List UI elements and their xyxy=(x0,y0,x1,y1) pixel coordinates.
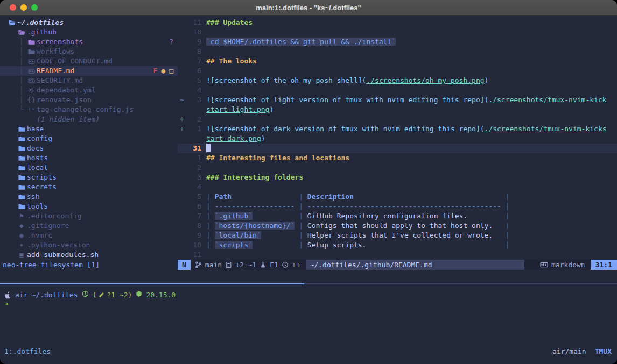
line-number: 9 xyxy=(187,231,201,240)
folder-open-icon xyxy=(17,27,26,37)
line-number: 1 xyxy=(187,124,201,134)
gutter-sign xyxy=(178,27,187,37)
prompt-char[interactable]: ➜ xyxy=(4,299,9,309)
editor-line[interactable]: 6| ------------------- | ---------------… xyxy=(178,202,617,211)
tree-item-readme.md[interactable]: │README.mdE●□ xyxy=(0,66,178,76)
tree-item-workflows[interactable]: │workflows xyxy=(0,47,178,56)
tree-item-config[interactable]: config xyxy=(0,134,178,144)
editor-line[interactable]: 7| `.github` | GitHub Repository configu… xyxy=(178,211,617,221)
editor-line[interactable]: 10 xyxy=(178,27,617,37)
tmux-pane-separator[interactable] xyxy=(304,283,617,284)
gutter-sign xyxy=(178,250,187,260)
editor-line[interactable]: 6 xyxy=(178,66,617,76)
tree-item-code-of-conduct.md[interactable]: │CODE_OF_CONDUCT.md xyxy=(0,56,178,66)
tree-item--.dotfiles[interactable]: ~/.dotfiles xyxy=(0,18,178,27)
editor-line[interactable]: 31 xyxy=(178,144,617,153)
editor-line[interactable]: 8 xyxy=(178,47,617,56)
tree-item-.gitignore[interactable]: ◆.gitignore xyxy=(0,221,178,231)
line-number: 5 xyxy=(187,76,201,85)
git-status-badge: E xyxy=(153,66,158,76)
gutter-sign xyxy=(178,211,187,221)
tree-item-security.md[interactable]: │SECURITY.md xyxy=(0,76,178,85)
tmux-status-bar: 1:.dotfiles air/main TMUX xyxy=(0,347,617,356)
editor-pane[interactable]: 11### Updates 10 9`cd $HOME/.dotfiles &&… xyxy=(178,15,617,260)
gutter-sign xyxy=(178,173,187,182)
tree-item-.github[interactable]: .github xyxy=(0,27,178,37)
titlebar[interactable]: main:1:.dotfiles - "ks~/.dotfiles" xyxy=(0,0,617,16)
minimize-window-button[interactable] xyxy=(20,4,27,11)
editor-line-text: ![screenshot of light version of tmux wi… xyxy=(206,95,607,105)
tree-item-.nvmrc[interactable]: ◉.nvmrc xyxy=(0,231,178,240)
editor-line[interactable]: 4 xyxy=(178,85,617,95)
tree-item-label: .gitignore xyxy=(27,221,69,231)
tree-item-ssh[interactable]: ssh xyxy=(0,192,178,202)
tree-item-.python-version[interactable]: ✶.python-version xyxy=(0,240,178,250)
gutter-sign: + xyxy=(178,115,187,124)
editor-line[interactable]: +1![screenshot of dark version of tmux w… xyxy=(178,124,617,134)
editor-line-text: ### Updates xyxy=(206,18,253,27)
tree-item-hosts[interactable]: hosts xyxy=(0,153,178,163)
editor-line[interactable]: 11### Updates xyxy=(178,18,617,27)
editor-line[interactable]: 2 xyxy=(178,163,617,173)
folder-icon xyxy=(17,182,26,192)
tree-item-label: ssh xyxy=(27,192,39,202)
editor-line[interactable]: 1## Interesting files and locations xyxy=(178,153,617,163)
editor-line[interactable]: 5| Path | Description | xyxy=(178,192,617,202)
gutter-sign xyxy=(178,76,187,85)
zoom-window-button[interactable] xyxy=(31,4,38,11)
line-number: 6 xyxy=(187,202,201,211)
file-type-icon xyxy=(27,85,36,95)
editor-line[interactable]: ~3![screenshot of light version of tmux … xyxy=(178,95,617,105)
close-window-button[interactable] xyxy=(10,4,16,11)
editor-line[interactable]: tart-dark.png) xyxy=(178,134,617,144)
line-number: 1 xyxy=(187,153,201,163)
file-path[interactable]: ~/.dotfiles/.github/README.md xyxy=(306,260,524,270)
tree-item-screenshots[interactable]: │screenshots? xyxy=(0,37,178,47)
tree-item--1-hidden-item-[interactable]: (1 hidden item) xyxy=(0,115,178,124)
gutter-sign xyxy=(178,85,187,95)
editor-line[interactable]: +2 xyxy=(178,115,617,124)
tree-item-.editorconfig[interactable]: ⚑.editorconfig xyxy=(0,211,178,221)
window-title: main:1:.dotfiles - "ks~/.dotfiles" xyxy=(256,4,361,12)
editor-line[interactable]: 5![screenshot of the oh-my-posh shell](.… xyxy=(178,76,617,85)
tmux-window-name[interactable]: 1:.dotfiles xyxy=(4,347,51,356)
cursor-position-badge: 31:1 xyxy=(591,260,617,270)
git-status-badge: ? xyxy=(169,37,173,47)
tree-item-dependabot.yml[interactable]: │dependabot.yml xyxy=(0,85,178,95)
editor-line[interactable]: 9| `local/bin` | Helper scripts that I'v… xyxy=(178,231,617,240)
node-icon xyxy=(136,290,142,299)
tree-item-base[interactable]: base xyxy=(0,124,178,134)
editor-line[interactable]: 4 xyxy=(178,182,617,192)
shell-prompt: air ~/.dotfiles ( ?1 ~2) 20.15.0 xyxy=(4,290,176,299)
line-number: 10 xyxy=(187,240,201,250)
file-type-icon xyxy=(27,76,36,85)
tree-item-tools[interactable]: tools xyxy=(0,202,178,211)
editor-line-text: ## Interesting files and locations xyxy=(206,153,349,163)
folder-open-icon xyxy=(8,18,16,27)
editor-line[interactable]: 11 xyxy=(178,250,617,260)
tmux-pane-separator-active[interactable] xyxy=(0,283,304,284)
diagnostics-count: E1 xyxy=(270,261,278,269)
editor-line[interactable]: 3### Interesting folders xyxy=(178,173,617,182)
tree-indent-guide: │ xyxy=(19,95,24,105)
editor-line[interactable]: 7## The looks xyxy=(178,56,617,66)
apple-icon xyxy=(4,291,11,299)
editor-line[interactable]: start-light.png) xyxy=(178,105,617,115)
tree-item-docs[interactable]: docs xyxy=(0,144,178,153)
tree-item-tag-changelog-config.js[interactable]: └ʲˢtag-changelog-config.js xyxy=(0,105,178,115)
tree-item-scripts[interactable]: scripts xyxy=(0,173,178,182)
tree-item-renovate.json[interactable]: │{}renovate.json xyxy=(0,95,178,105)
tree-item-local[interactable]: local xyxy=(0,163,178,173)
tree-indent-guide: │ xyxy=(19,47,24,56)
tree-item-label: add-submodules.sh xyxy=(27,250,99,260)
editor-line[interactable]: 9`cd $HOME/.dotfiles && git pull && ./in… xyxy=(178,37,617,47)
editor-line[interactable]: 10| `scripts` | Setup scripts. | xyxy=(178,240,617,250)
file-type-icon: ✶ xyxy=(17,240,26,250)
tree-item-add-submodules.sh[interactable]: ▣add-submodules.sh xyxy=(0,250,178,260)
tree-item-label: SECURITY.md xyxy=(37,76,83,85)
editor-line[interactable]: 8| `hosts/{hostname}/` | Configs that sh… xyxy=(178,221,617,231)
editor-line-text: | Path | Description | xyxy=(206,192,510,202)
tree-item-label: scripts xyxy=(27,173,57,182)
tree-item-label: local xyxy=(27,163,48,173)
tree-item-secrets[interactable]: secrets xyxy=(0,182,178,192)
